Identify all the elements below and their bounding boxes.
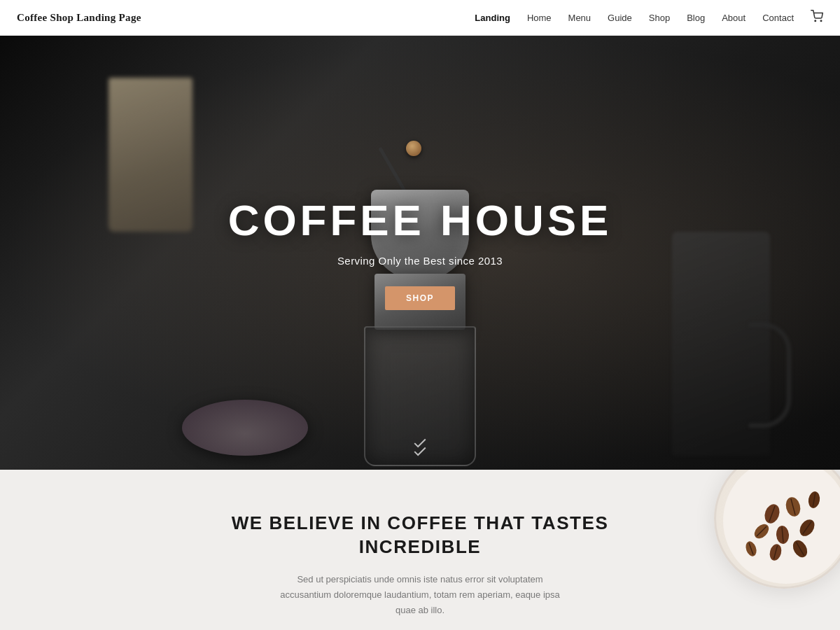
beans-bowl bbox=[182, 400, 308, 456]
french-press-handle bbox=[749, 323, 791, 428]
nav-contact[interactable]: Contact bbox=[762, 13, 794, 23]
hero-subtitle: Serving Only the Best since 2013 bbox=[228, 255, 612, 267]
scroll-indicator[interactable] bbox=[414, 439, 426, 453]
nav-landing[interactable]: Landing bbox=[475, 13, 510, 23]
about-heading-line1: WE BELIEVE IN COFFEE THAT TASTES bbox=[232, 512, 609, 533]
about-section: WE BELIEVE IN COFFEE THAT TASTES INCREDI… bbox=[0, 470, 840, 630]
site-title: Coffee Shop Landing Page bbox=[17, 12, 141, 24]
coffee-bag bbox=[108, 78, 192, 232]
svg-point-0 bbox=[815, 20, 816, 22]
nav-guide[interactable]: Guide bbox=[608, 13, 632, 23]
nav-blog[interactable]: Blog bbox=[687, 13, 705, 23]
hero-section: COFFEE HOUSE Serving Only the Best since… bbox=[0, 36, 840, 470]
hero-content: COFFEE HOUSE Serving Only the Best since… bbox=[228, 195, 612, 310]
hero-title: COFFEE HOUSE bbox=[228, 195, 612, 245]
nav-menu[interactable]: Menu bbox=[568, 13, 592, 23]
nav-shop[interactable]: Shop bbox=[649, 13, 670, 23]
beans-bowl-decoration bbox=[714, 470, 840, 589]
grinder-knob bbox=[406, 141, 421, 156]
about-heading-line2: INCREDIBLE bbox=[359, 536, 482, 557]
svg-point-1 bbox=[820, 20, 822, 22]
cart-icon[interactable] bbox=[811, 10, 823, 25]
about-heading: WE BELIEVE IN COFFEE THAT TASTES INCREDI… bbox=[232, 512, 609, 559]
about-body-text: Sed ut perspiciatis unde omnis iste natu… bbox=[273, 572, 567, 618]
hero-cta-button[interactable]: SHOP bbox=[385, 286, 455, 310]
nav-home[interactable]: Home bbox=[527, 13, 552, 23]
scroll-chevrons bbox=[414, 439, 426, 453]
main-nav: Landing Home Menu Guide Shop Blog About … bbox=[475, 10, 823, 25]
site-header: Coffee Shop Landing Page Landing Home Me… bbox=[0, 0, 840, 36]
nav-about[interactable]: About bbox=[722, 13, 746, 23]
